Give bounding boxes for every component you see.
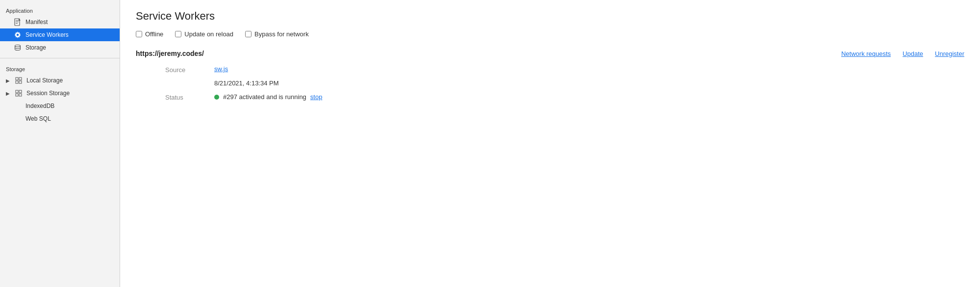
application-section-title: Application (0, 4, 120, 16)
sidebar-item-web-sql[interactable]: Web SQL (0, 112, 120, 125)
received-value: 8/21/2021, 4:13:34 PM (165, 79, 964, 87)
bypass-for-network-option[interactable]: Bypass for network (245, 30, 309, 38)
svg-rect-1 (16, 20, 19, 21)
local-storage-label: Local Storage (26, 77, 63, 84)
sidebar-item-storage[interactable]: Storage (0, 41, 120, 54)
status-dot (214, 95, 219, 100)
sidebar: Application Manifest Service Workers (0, 0, 120, 287)
svg-point-6 (15, 45, 21, 47)
local-storage-icon (15, 77, 23, 84)
svg-rect-13 (16, 94, 18, 96)
manifest-label: Manifest (25, 19, 48, 26)
entry-header: https://jeremy.codes/ Network requests U… (136, 50, 964, 57)
service-worker-entry: https://jeremy.codes/ Network requests U… (136, 50, 964, 101)
update-on-reload-option[interactable]: Update on reload (175, 30, 233, 38)
status-label: Status (165, 93, 214, 101)
sidebar-item-local-storage[interactable]: ▶ Local Storage (0, 74, 120, 87)
svg-rect-7 (16, 78, 18, 80)
status-row: #297 activated and is running stop (214, 93, 964, 101)
indexeddb-label: IndexedDB (25, 103, 54, 109)
stop-link[interactable]: stop (310, 93, 323, 101)
source-link[interactable]: sw.js (214, 65, 228, 73)
sidebar-divider (0, 58, 120, 58)
storage-icon (14, 44, 22, 52)
offline-checkbox[interactable] (136, 31, 142, 37)
update-on-reload-checkbox[interactable] (175, 31, 181, 37)
document-icon (14, 18, 22, 26)
session-storage-icon (15, 89, 23, 97)
gear-icon (14, 31, 22, 39)
unregister-link[interactable]: Unregister (935, 50, 964, 57)
svg-rect-9 (16, 81, 18, 83)
svg-rect-3 (16, 23, 18, 24)
status-text: #297 activated and is running (223, 93, 306, 101)
sidebar-item-manifest[interactable]: Manifest (0, 16, 120, 28)
source-label: Source (165, 65, 214, 74)
update-link[interactable]: Update (903, 50, 923, 57)
entry-actions: Network requests Update Unregister (841, 50, 964, 57)
storage-label: Storage (25, 44, 46, 51)
svg-rect-12 (19, 90, 22, 93)
svg-point-5 (17, 34, 19, 36)
svg-rect-10 (19, 81, 22, 83)
bypass-for-network-label: Bypass for network (254, 30, 309, 38)
web-sql-icon (14, 115, 22, 123)
svg-rect-14 (19, 94, 22, 96)
service-workers-label: Service Workers (25, 31, 69, 38)
page-title: Service Workers (136, 10, 964, 23)
storage-section-title: Storage (0, 62, 120, 74)
sidebar-item-indexeddb[interactable]: IndexedDB (0, 100, 120, 112)
source-value: sw.js (214, 65, 964, 74)
session-storage-label: Session Storage (26, 90, 70, 97)
arrow-right-icon-2: ▶ (6, 91, 10, 96)
web-sql-label: Web SQL (25, 115, 51, 122)
offline-label: Offline (145, 30, 163, 38)
entry-url: https://jeremy.codes/ (136, 50, 204, 57)
indexeddb-icon (14, 102, 22, 110)
entry-details: Source sw.js Received 8/21/2021, 4:13:34… (136, 65, 964, 101)
svg-rect-11 (16, 90, 18, 93)
svg-rect-2 (16, 22, 19, 22)
sidebar-item-service-workers[interactable]: Service Workers (0, 28, 120, 41)
sidebar-item-session-storage[interactable]: ▶ Session Storage (0, 87, 120, 100)
network-requests-link[interactable]: Network requests (841, 50, 891, 57)
offline-option[interactable]: Offline (136, 30, 163, 38)
main-content: Service Workers Offline Update on reload… (120, 0, 980, 287)
update-on-reload-label: Update on reload (184, 30, 233, 38)
bypass-for-network-checkbox[interactable] (245, 31, 251, 37)
arrow-right-icon: ▶ (6, 78, 10, 83)
options-row: Offline Update on reload Bypass for netw… (136, 30, 964, 38)
svg-rect-8 (19, 78, 22, 80)
